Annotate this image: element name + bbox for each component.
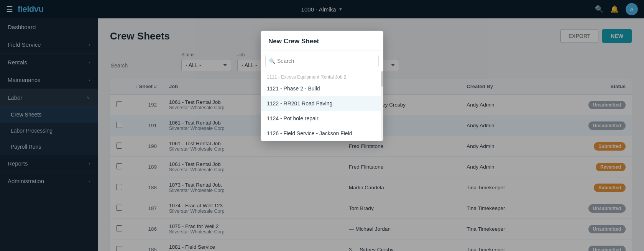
modal-job-list: 1111 - Excess Equipment Rental Job 2 112… (261, 71, 383, 141)
modal-title: New Crew Sheet (261, 31, 383, 51)
modal-list-item[interactable]: 1122 - RR201 Road Paving (261, 96, 383, 111)
modal-list-item[interactable]: 1121 - Phase 2 - Build (261, 81, 383, 96)
modal-overlay[interactable]: New Crew Sheet 🔍 1111 - Excess Equipment… (0, 0, 644, 251)
modal-list-item[interactable]: 1126 - Field Service - Jackson Field (261, 126, 383, 141)
modal-search-wrap: 🔍 (261, 51, 383, 71)
scrollbar-thumb[interactable] (381, 71, 383, 87)
new-crew-sheet-modal: New Crew Sheet 🔍 1111 - Excess Equipment… (261, 31, 383, 141)
modal-list-items: 1121 - Phase 2 - Build1122 - RR201 Road … (261, 81, 383, 141)
modal-list-top-item: 1111 - Excess Equipment Rental Job 2 (261, 71, 383, 81)
modal-list-item[interactable]: 1124 - Pot hole repair (261, 111, 383, 126)
modal-search-icon: 🔍 (269, 58, 275, 64)
modal-search-input[interactable] (265, 55, 379, 67)
scrollbar-track (381, 71, 383, 141)
